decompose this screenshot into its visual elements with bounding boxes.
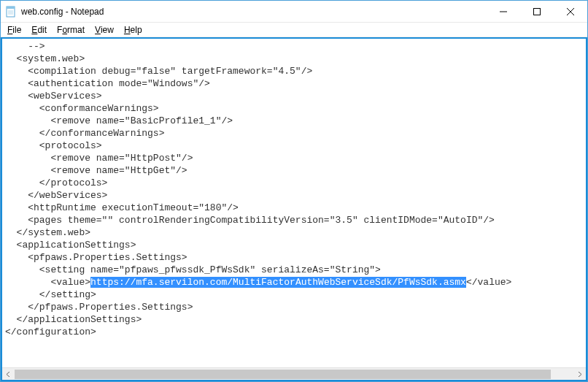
horizontal-scrollbar[interactable] bbox=[2, 367, 586, 380]
content-area: --> <system.web> <compilation debug="fal… bbox=[1, 37, 587, 381]
close-button[interactable] bbox=[554, 1, 587, 22]
minimize-button[interactable] bbox=[487, 1, 520, 22]
menu-edit[interactable]: Edit bbox=[26, 25, 52, 35]
menu-file[interactable]: File bbox=[2, 25, 26, 35]
menu-format[interactable]: Format bbox=[52, 25, 90, 35]
notepad-icon bbox=[5, 6, 17, 18]
scroll-left-button[interactable] bbox=[2, 368, 15, 381]
menubar: File Edit Format View Help bbox=[1, 23, 587, 37]
text-editor[interactable]: --> <system.web> <compilation debug="fal… bbox=[2, 39, 586, 367]
window-title: web.config - Notepad bbox=[21, 7, 487, 17]
svg-rect-1 bbox=[7, 7, 15, 9]
window-controls bbox=[487, 1, 587, 22]
menu-view[interactable]: View bbox=[90, 25, 119, 35]
menu-help[interactable]: Help bbox=[119, 25, 147, 35]
scroll-track[interactable] bbox=[15, 368, 573, 380]
notepad-window: web.config - Notepad File Edit Format Vi… bbox=[0, 0, 588, 382]
scroll-right-button[interactable] bbox=[573, 368, 586, 381]
maximize-button[interactable] bbox=[520, 1, 554, 22]
scroll-thumb[interactable] bbox=[15, 370, 551, 379]
svg-rect-6 bbox=[534, 8, 541, 15]
titlebar: web.config - Notepad bbox=[1, 1, 587, 23]
